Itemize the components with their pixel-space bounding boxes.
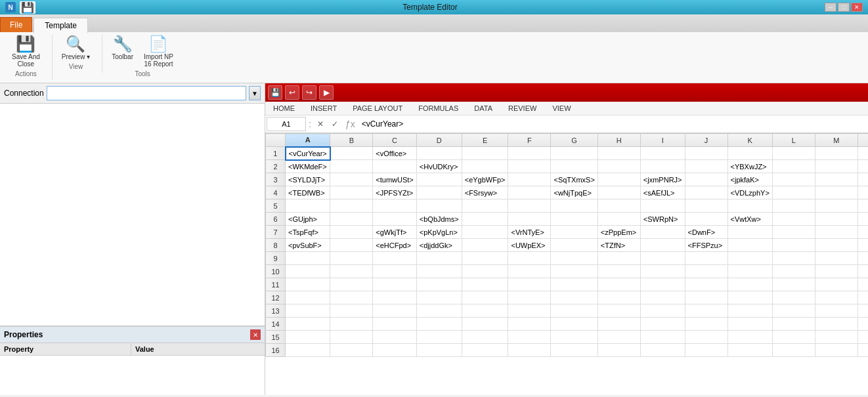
grid-cell[interactable] bbox=[330, 173, 373, 186]
grid-cell[interactable] bbox=[508, 199, 551, 213]
col-header-L[interactable]: L bbox=[772, 134, 815, 147]
grid-cell[interactable] bbox=[857, 344, 868, 357]
grid-cell[interactable] bbox=[330, 226, 373, 239]
col-header-M[interactable]: M bbox=[815, 134, 857, 147]
grid-cell[interactable] bbox=[508, 213, 551, 226]
grid-cell[interactable] bbox=[597, 265, 640, 278]
col-header-K[interactable]: K bbox=[727, 134, 772, 147]
grid-cell[interactable] bbox=[462, 331, 508, 344]
grid-cell[interactable] bbox=[551, 160, 597, 173]
grid-cell[interactable] bbox=[508, 147, 551, 160]
grid-cell[interactable] bbox=[685, 344, 727, 357]
menu-page-layout[interactable]: PAGE LAYOUT bbox=[350, 103, 405, 114]
grid-cell[interactable] bbox=[685, 199, 727, 213]
grid-cell[interactable] bbox=[685, 278, 727, 291]
grid-cell[interactable]: <TZfN> bbox=[597, 239, 640, 252]
grid-cell[interactable] bbox=[330, 213, 373, 226]
grid-cell[interactable] bbox=[815, 344, 857, 357]
grid-cell[interactable] bbox=[685, 213, 727, 226]
grid-cell[interactable] bbox=[815, 213, 857, 226]
grid-cell[interactable] bbox=[286, 265, 330, 278]
grid-cell[interactable] bbox=[416, 199, 462, 213]
menu-home[interactable]: HOME bbox=[271, 103, 297, 114]
toolbar-button[interactable]: 🔧 Toolbar bbox=[108, 35, 137, 62]
grid-cell[interactable] bbox=[416, 147, 462, 160]
grid-cell[interactable] bbox=[373, 213, 416, 226]
menu-view[interactable]: VIEW bbox=[550, 103, 573, 114]
grid-cell[interactable] bbox=[330, 318, 373, 331]
col-header-A[interactable]: A bbox=[286, 134, 330, 147]
grid-cell[interactable] bbox=[640, 344, 685, 357]
grid-cell[interactable] bbox=[685, 318, 727, 331]
grid-cell[interactable] bbox=[685, 160, 727, 173]
grid-cell[interactable] bbox=[597, 147, 640, 160]
grid-cell[interactable] bbox=[416, 173, 462, 186]
ss-undo-button[interactable]: ↩ bbox=[285, 85, 299, 100]
grid-cell[interactable] bbox=[727, 239, 772, 252]
grid-cell[interactable] bbox=[857, 213, 868, 226]
grid-cell[interactable] bbox=[815, 331, 857, 344]
grid-cell[interactable] bbox=[597, 213, 640, 226]
grid-cell[interactable] bbox=[727, 278, 772, 291]
grid-cell[interactable] bbox=[640, 304, 685, 318]
grid-cell[interactable]: <eHCFpd> bbox=[373, 239, 416, 252]
grid-cell[interactable] bbox=[551, 226, 597, 239]
grid-cell[interactable] bbox=[727, 304, 772, 318]
grid-cell[interactable] bbox=[597, 199, 640, 213]
grid-cell[interactable] bbox=[772, 239, 815, 252]
grid-cell[interactable]: <jpkfaK> bbox=[727, 173, 772, 186]
grid-cell[interactable]: <FSrsyw> bbox=[462, 186, 508, 199]
grid-cell[interactable] bbox=[597, 344, 640, 357]
grid-cell[interactable] bbox=[508, 318, 551, 331]
grid-cell[interactable] bbox=[640, 147, 685, 160]
grid-cell[interactable] bbox=[462, 291, 508, 304]
grid-cell[interactable] bbox=[640, 265, 685, 278]
grid-cell[interactable] bbox=[508, 252, 551, 265]
grid-cell[interactable] bbox=[727, 252, 772, 265]
grid-cell[interactable] bbox=[286, 318, 330, 331]
grid-cell[interactable] bbox=[462, 344, 508, 357]
cell-reference-input[interactable] bbox=[267, 117, 306, 131]
grid-cell[interactable] bbox=[772, 186, 815, 199]
col-header-E[interactable]: E bbox=[462, 134, 508, 147]
grid-cell[interactable] bbox=[416, 304, 462, 318]
col-header-N[interactable]: N bbox=[857, 134, 868, 147]
grid-cell[interactable] bbox=[727, 199, 772, 213]
col-header-G[interactable]: G bbox=[551, 134, 597, 147]
grid-cell[interactable] bbox=[330, 199, 373, 213]
ss-save-button[interactable]: 💾 bbox=[268, 85, 282, 100]
grid-cell[interactable] bbox=[857, 265, 868, 278]
grid-cell[interactable] bbox=[640, 291, 685, 304]
grid-cell[interactable] bbox=[286, 199, 330, 213]
grid-cell[interactable] bbox=[772, 147, 815, 160]
grid-cell[interactable] bbox=[727, 226, 772, 239]
preview-button[interactable]: 🔍 Preview ▾ bbox=[58, 35, 94, 62]
grid-cell[interactable] bbox=[286, 331, 330, 344]
grid-cell[interactable] bbox=[685, 147, 727, 160]
grid-cell[interactable] bbox=[551, 318, 597, 331]
grid-cell[interactable] bbox=[685, 173, 727, 186]
grid-cell[interactable]: <GUjph> bbox=[286, 213, 330, 226]
grid-cell[interactable] bbox=[330, 147, 373, 160]
grid-cell[interactable] bbox=[727, 344, 772, 357]
grid-cell[interactable]: <TEDfWB> bbox=[286, 186, 330, 199]
grid-cell[interactable] bbox=[416, 291, 462, 304]
grid-cell[interactable]: <SYLDJjT> bbox=[286, 173, 330, 186]
grid-cell[interactable] bbox=[857, 226, 868, 239]
grid-cell[interactable] bbox=[857, 291, 868, 304]
grid-cell[interactable] bbox=[815, 186, 857, 199]
menu-insert[interactable]: INSERT bbox=[308, 103, 339, 114]
grid-cell[interactable] bbox=[597, 291, 640, 304]
grid-cell[interactable] bbox=[772, 265, 815, 278]
grid-cell[interactable] bbox=[685, 252, 727, 265]
grid-cell[interactable] bbox=[815, 291, 857, 304]
grid-cell[interactable]: <YBXwJZ> bbox=[727, 160, 772, 173]
grid-cell[interactable]: <VrNTyE> bbox=[508, 226, 551, 239]
tab-file[interactable]: File bbox=[0, 17, 32, 32]
grid-cell[interactable]: <pvSubF> bbox=[286, 239, 330, 252]
grid-cell[interactable] bbox=[508, 344, 551, 357]
grid-cell[interactable] bbox=[551, 331, 597, 344]
grid-cell[interactable] bbox=[373, 160, 416, 173]
grid-cell[interactable] bbox=[685, 186, 727, 199]
grid-cell[interactable] bbox=[772, 318, 815, 331]
